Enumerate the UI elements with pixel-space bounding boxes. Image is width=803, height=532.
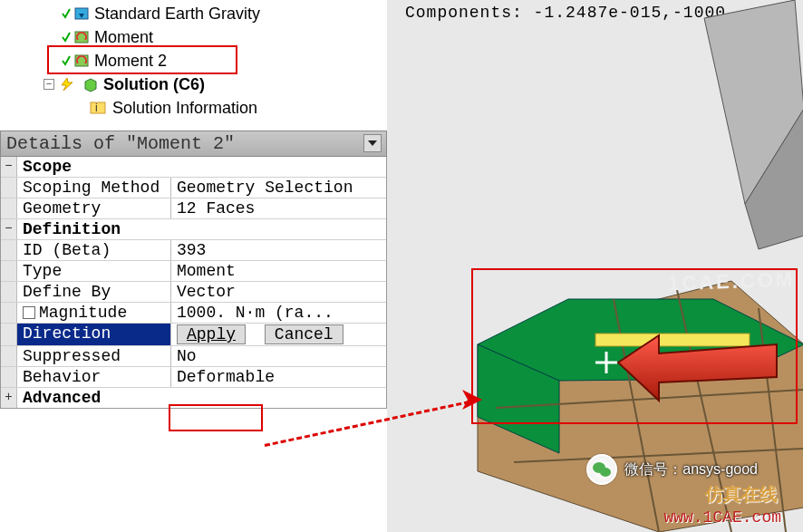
svg-marker-25 — [462, 390, 482, 410]
tree-label: Solution Information — [112, 99, 257, 118]
details-title-text: Details of "Moment 2" — [6, 133, 235, 154]
row-scoping-method[interactable]: Scoping Method Geometry Selection — [1, 177, 386, 198]
expand-icon[interactable]: + — [1, 388, 17, 408]
row-geometry[interactable]: Geometry 12 Faces — [1, 198, 386, 218]
highlight-viewport — [471, 268, 798, 424]
info-icon: i — [89, 100, 109, 116]
svg-marker-4 — [62, 78, 73, 91]
apply-button[interactable]: Apply — [177, 324, 246, 344]
check-icon — [62, 7, 71, 20]
row-direction[interactable]: Direction Apply Cancel — [1, 323, 386, 345]
svg-point-24 — [600, 468, 611, 477]
row-id[interactable]: ID (Beta) 393 — [1, 239, 386, 260]
check-icon — [62, 31, 71, 44]
row-defineby[interactable]: Define By Vector — [1, 281, 386, 302]
callout-arrowhead — [462, 390, 486, 413]
brand-text: 仿真在线 — [705, 482, 778, 507]
tree-label: Standard Earth Gravity — [94, 5, 260, 24]
tree-label: Moment — [94, 28, 153, 47]
model-viewport[interactable] — [387, 0, 803, 532]
details-titlebar: Details of "Moment 2" — [0, 131, 387, 157]
header-definition: − Definition — [1, 218, 386, 239]
details-grid: − Scope Scoping Method Geometry Selectio… — [0, 157, 387, 409]
wechat-badge: 微信号：ansys-good — [586, 454, 758, 485]
collapse-icon[interactable]: − — [44, 79, 54, 90]
chevron-down-icon — [368, 140, 377, 146]
svg-marker-5 — [85, 79, 96, 92]
row-magnitude[interactable]: Magnitude 1000. N·m (ra... — [1, 302, 386, 323]
svg-text:i: i — [95, 102, 98, 114]
gravity-icon — [73, 5, 91, 22]
tree-item-gravity[interactable]: Standard Earth Gravity — [7, 2, 387, 25]
moment-icon — [73, 29, 91, 45]
collapse-icon[interactable]: − — [1, 219, 17, 239]
tree-label: Solution (C6) — [103, 75, 205, 94]
tree-item-solution[interactable]: − Solution (C6) — [7, 73, 387, 96]
tree-item-solinfo[interactable]: i Solution Information — [7, 96, 387, 120]
collapse-icon[interactable]: − — [1, 157, 17, 177]
site-url: www.1CAE.com — [663, 508, 781, 527]
cancel-button[interactable]: Cancel — [265, 324, 343, 344]
checkbox-icon[interactable] — [23, 306, 35, 319]
header-scope: − Scope — [1, 157, 386, 177]
svg-marker-8 — [368, 140, 377, 146]
wechat-icon — [586, 454, 617, 485]
lightning-icon — [58, 76, 78, 92]
svg-rect-6 — [91, 102, 105, 113]
row-suppressed[interactable]: Suppressed No — [1, 345, 386, 366]
row-type[interactable]: Type Moment — [1, 260, 386, 281]
tree-dropdown-button[interactable] — [363, 134, 382, 152]
row-behavior[interactable]: Behavior Deformable — [1, 366, 386, 387]
highlight-moment2 — [47, 45, 237, 74]
cube-icon — [82, 76, 100, 92]
highlight-apply — [169, 404, 263, 431]
